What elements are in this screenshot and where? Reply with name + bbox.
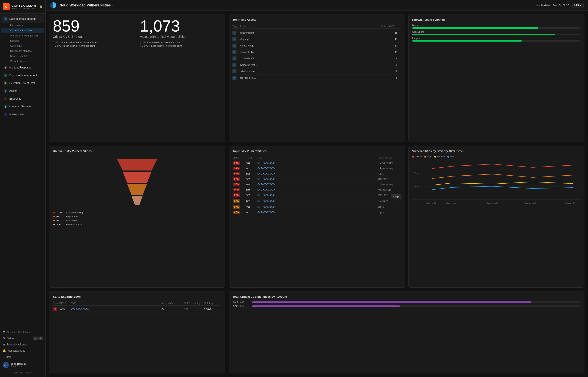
table-row[interactable]: ⬛ callu-instance-... 9 xyxy=(232,68,401,75)
unique-vulnerabilities-title: Unique Risky Vulnerabilities xyxy=(53,149,221,153)
table-row[interactable]: 87% 9.1 CVE-XXXX-XXXX 2 [⊞2] xyxy=(232,210,401,215)
list-item: 209 External Facing xyxy=(53,223,221,226)
table-row[interactable]: ⬛ alpine:nodejs 13 xyxy=(232,42,401,49)
table-row[interactable]: ▤ afr-jump-1 13 xyxy=(232,36,401,42)
col-total-assets: Total Assets xyxy=(379,156,401,159)
epss-badge: 98% xyxy=(233,167,240,170)
theme-light-icon[interactable]: ☀ xyxy=(38,337,43,340)
time-selector[interactable]: 24H ▾ xyxy=(572,3,584,8)
cvss-value: 7.8 xyxy=(246,206,257,209)
total-assets: 15 [⊞4 ⊟] Image xyxy=(379,199,401,203)
asset-type-icon: ⬛ xyxy=(232,63,236,67)
table-row[interactable]: 92% 9.7 CVE-XXXX-XXXX 2 [⊞1 🖼1] xyxy=(232,192,401,198)
svg-marker-2 xyxy=(127,184,147,195)
table-row[interactable]: 99% 9.8 CVE-XXXX-XXXX 15 [⊞4 ⊟5 🖼5] xyxy=(232,161,401,166)
cvss-value: 9.5 xyxy=(246,183,257,186)
table-row[interactable]: 🌐 api-rbac-proxy... 8 xyxy=(232,75,401,81)
table-row[interactable]: 97% 9.5 CVE-XXXX-XXXX 11 [⊞5 ⊟5 🖼1] xyxy=(232,182,401,187)
quick-search[interactable]: 🔍 Search in Quick Launcher xyxy=(0,329,45,335)
table-row[interactable]: 98% 9.7 CVE-XXXX-XXXX 14 [⊞3 ⊟5 🖼5] xyxy=(232,166,401,171)
cvss-value: 8.2 xyxy=(246,200,257,202)
total-assets: 2 [⊞2] xyxy=(379,211,401,214)
chart-legend-item: High xyxy=(424,155,432,158)
table-row[interactable]: ⬛ syslog-ng-test-... 9 xyxy=(232,62,401,68)
page-title-dropdown-icon[interactable]: ▾ xyxy=(112,4,114,7)
tenant-navigator-item[interactable]: ⊞ Tenant Navigator xyxy=(0,342,45,348)
logo: C CORTEX XSIAM BY PALO ALTO NETWORKS 🔒 xyxy=(0,0,45,13)
settings-item[interactable]: ⚙ Settings 🌙 ☀ xyxy=(0,335,45,342)
cve-bar-background xyxy=(252,306,581,307)
table-row[interactable]: ⬛ apache:httpd 15 xyxy=(232,30,401,36)
asset-bar-background xyxy=(412,34,581,35)
sidebar-item-assets[interactable]: ◈ Assets xyxy=(1,87,45,95)
chart-legend-item: Low xyxy=(447,155,454,158)
asset-icons: [⊞2] xyxy=(380,212,384,214)
assets-icon: ◈ xyxy=(4,89,8,93)
sidebar-item-exposure-management[interactable]: ◎ Exposure Management xyxy=(1,71,45,79)
search-placeholder: Search in Quick Launcher xyxy=(7,331,35,333)
col-epss: EPSS xyxy=(232,156,246,159)
table-row[interactable]: ⬛ i-024669436f... 9 xyxy=(232,55,401,62)
table-row[interactable]: 87% 8.2 CVE-XXXX-XXXX 15 [⊞4 ⊟] Image xyxy=(232,198,401,204)
total-assets: 9 [⊞3 ⊟3 🖼3] xyxy=(379,188,401,191)
table-row[interactable]: C 92% CVE-XXXX-XXXX 27 6 hr 7 days xyxy=(53,306,221,313)
sidebar-sub-report-templates[interactable]: Report Templates xyxy=(1,54,45,59)
table-row[interactable]: 98% 8.2 CVE-XXXX-XXXX 1 [⊟1] xyxy=(232,171,401,177)
cve-id: CVE-XXXX-XXXX xyxy=(257,183,378,186)
table-row[interactable]: 97% 9.7 CVE-XXXX-XXXX 3 [⊞2 🖼1] xyxy=(232,177,401,182)
user-info: John Harmon Acme Corp. xyxy=(11,363,26,368)
sidebar-item-detection-threat-intel[interactable]: 🔍 Detection Threat Intel xyxy=(1,79,45,87)
help-item[interactable]: ? Help xyxy=(0,354,45,360)
sla-table-header: Severity EPSS CVE Assets Affected SLA Re… xyxy=(53,301,221,306)
sidebar-item-incident-response[interactable]: ⚡ Incident Response xyxy=(1,64,45,71)
total-critical-cve-title: Total Critical CVE Instances by Account xyxy=(232,295,581,298)
notifications-item[interactable]: 🔔 Notifications (2) xyxy=(0,348,45,354)
legend-dot xyxy=(53,216,55,217)
sidebar-sub-vulnerability-management[interactable]: Vulnerability Management xyxy=(1,33,45,38)
sidebar-sub-customize[interactable]: Customize xyxy=(1,43,45,48)
sidebar-item-endpoints[interactable]: □ Endpoints xyxy=(1,95,45,103)
managed-icon: ◆ xyxy=(4,105,8,108)
asset-bar-fill xyxy=(412,34,555,35)
table-row[interactable]: 87% 7.8 CVE-XXXX-XXXX 3 [⊞3] xyxy=(232,204,401,210)
sidebar-item-managed-services[interactable]: ◆ Managed Services xyxy=(1,103,45,110)
vulnerability-severity-card: Vulnerabilities by Severity Over Time Cr… xyxy=(408,146,584,287)
col-cvss: CVSS xyxy=(246,156,257,159)
epss-badge: 92% xyxy=(233,193,240,197)
stats-row: 859 Critical CVEs in Cloud | 108 Images … xyxy=(53,18,221,48)
asset-name: afr-jump-1 xyxy=(240,38,381,40)
app-logo-icon: C xyxy=(3,3,10,10)
table-row[interactable]: 97% 8.9 CVE-XXXX-XXXX 9 [⊞3 ⊟3 🖼3] xyxy=(232,187,401,192)
sla-col-epss: EPSS xyxy=(59,302,71,305)
logo-cortex: CORTEX XSIAM xyxy=(12,4,36,7)
critical-cves-label: Critical CVEs in Cloud xyxy=(53,35,134,38)
list-item: 1,138 Critical and High xyxy=(53,211,221,214)
epss-badge: 97% xyxy=(233,188,240,191)
sla-col-assets: Assets Affected xyxy=(161,302,184,305)
page-title: Cloud Workload Vulnerabilities xyxy=(58,3,111,7)
minimize-menu[interactable]: Minimize menu ‹ xyxy=(0,370,45,375)
sidebar-sub-reports[interactable]: Reports xyxy=(1,38,45,43)
cvss-value: 9.1 xyxy=(246,211,257,214)
sla-assets-affected: 27 xyxy=(161,307,184,311)
sidebar-sub-cloud-vulnerabilities[interactable]: Cloud Vulnerabilities xyxy=(1,28,45,33)
table-row[interactable]: ▤ pos-controller-... 11 xyxy=(232,49,401,55)
asset-name: i-024669436f... xyxy=(240,57,381,60)
sla-col-remaining: SLA Remaining xyxy=(184,302,204,305)
time-selector-arrow: ▾ xyxy=(580,4,581,7)
last-updated-value: Jan 28th 09:37 xyxy=(553,4,569,7)
sidebar-sub-dashboard-manager[interactable]: Dashboard Manager xyxy=(1,48,45,53)
cve-account-label: AWS - ### xyxy=(232,301,250,304)
asset-icons: [⊞3 ⊟5 🖼5] xyxy=(381,167,393,170)
known-assets-title: Known Assets Scanned xyxy=(412,18,581,21)
asset-count: 3 xyxy=(379,206,380,208)
sidebar-sub-widget-library[interactable]: Widget Library xyxy=(1,59,45,64)
known-assets-bars: Hosts Containers Images xyxy=(412,24,581,42)
logo-text: CORTEX XSIAM BY PALO ALTO NETWORKS xyxy=(12,4,36,9)
sidebar-item-marketplace[interactable]: ⊕ Marketplace xyxy=(1,110,45,118)
sidebar-item-dashboards-reports[interactable]: ⊞ Dashboards & Reports xyxy=(1,15,45,23)
severity-chart-svg: 2k 1k June 3 June 14 June 15 June 16 Jun… xyxy=(412,160,581,204)
asset-icons: [⊞2 🖼1] xyxy=(380,178,388,180)
sidebar-sub-dashboards[interactable]: Dashboards xyxy=(1,23,45,28)
theme-dark-icon[interactable]: 🌙 xyxy=(33,337,37,340)
